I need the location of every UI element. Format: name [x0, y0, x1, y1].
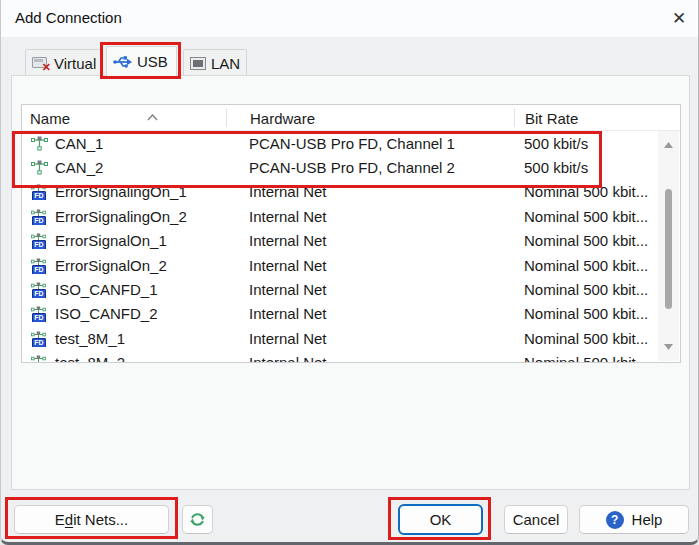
scrollbar[interactable]: [658, 131, 679, 361]
tab-label: USB: [137, 53, 168, 70]
net-row[interactable]: FD ISO_CANFD_2 Internal Net Nominal 500 …: [22, 302, 680, 326]
net-bitrate: Nominal 500 kbit...: [513, 281, 680, 298]
net-hardware: Internal Net: [225, 354, 513, 362]
net-name: ISO_CANFD_2: [55, 305, 158, 322]
fd-badge: FD: [32, 289, 46, 298]
fd-badge: FD: [32, 191, 46, 200]
net-row[interactable]: FD test_8M_2 Internal Net Nominal 500 kb…: [22, 351, 680, 362]
scroll-thumb[interactable]: [665, 189, 672, 309]
can-net-icon: FD: [31, 257, 52, 274]
ok-button[interactable]: OK: [398, 504, 483, 535]
net-bitrate: Nominal 500 kbit...: [513, 305, 680, 322]
list-rows: FD CAN_1 PCAN-USB Pro FD, Channel 1 500 …: [22, 131, 680, 362]
net-name: ErrorSignalOn_1: [55, 232, 167, 249]
net-bitrate: Nominal 500 kbit...: [513, 208, 680, 225]
usb-icon: [113, 54, 132, 69]
close-icon[interactable]: ✕: [665, 5, 693, 31]
net-hardware: Internal Net: [225, 330, 513, 347]
column-header-bitrate[interactable]: Bit Rate: [525, 110, 578, 127]
fd-badge: FD: [32, 240, 46, 249]
net-hardware: PCAN-USB Pro FD, Channel 2: [225, 159, 513, 176]
net-hardware: Internal Net: [225, 281, 513, 298]
edit-nets-button[interactable]: Edit Nets...: [14, 505, 169, 534]
can-net-icon: FD: [31, 281, 52, 298]
tab-virtual[interactable]: ✕ Virtual: [25, 49, 103, 76]
net-bitrate: 500 kbit/s: [513, 159, 680, 176]
net-row[interactable]: FD ErrorSignalOn_2 Internal Net Nominal …: [22, 253, 680, 277]
net-bitrate: Nominal 500 kbit...: [513, 330, 680, 347]
net-name: test_8M_1: [55, 330, 125, 347]
can-net-icon: FD: [31, 232, 52, 249]
lan-icon: [190, 57, 206, 70]
help-icon: ?: [606, 511, 624, 529]
can-net-icon: FD: [31, 354, 52, 362]
refresh-button[interactable]: [182, 505, 213, 534]
net-row[interactable]: FD ErrorSignalingOn_2 Internal Net Nomin…: [22, 204, 680, 228]
sort-ascending-icon: [147, 107, 158, 124]
tab-usb[interactable]: USB: [106, 46, 177, 76]
net-hardware: Internal Net: [225, 208, 513, 225]
tab-label: LAN: [211, 55, 240, 72]
can-net-icon: FD: [31, 208, 52, 225]
list-header: Name Hardware Bit Rate: [22, 105, 680, 131]
net-hardware: Internal Net: [225, 183, 513, 200]
net-bitrate: 500 kbit/s: [513, 135, 680, 152]
net-name: ErrorSignalingOn_2: [55, 208, 187, 225]
tab-lan[interactable]: LAN: [183, 49, 247, 76]
can-net-icon: FD: [31, 135, 52, 152]
net-hardware: Internal Net: [225, 305, 513, 322]
net-row[interactable]: FD ErrorSignalingOn_1 Internal Net Nomin…: [22, 180, 680, 204]
net-name: ErrorSignalOn_2: [55, 257, 167, 274]
add-connection-dialog: Add Connection ✕ ✕ Virtual USB LAN Avail…: [0, 0, 699, 545]
net-bitrate: Nominal 500 kbit...: [513, 232, 680, 249]
can-net-icon: FD: [31, 330, 52, 347]
cancel-button[interactable]: Cancel: [504, 505, 568, 534]
help-button[interactable]: ? Help: [579, 505, 689, 534]
help-label: Help: [632, 511, 663, 528]
net-row[interactable]: FD CAN_2 PCAN-USB Pro FD, Channel 2 500 …: [22, 155, 680, 179]
window-title: Add Connection: [15, 9, 122, 26]
refresh-icon: [188, 510, 207, 529]
net-row[interactable]: FD ISO_CANFD_1 Internal Net Nominal 500 …: [22, 277, 680, 301]
fd-badge: FD: [32, 313, 46, 322]
net-bitrate: Nominal 500 kbit...: [513, 183, 680, 200]
net-row[interactable]: FD test_8M_1 Internal Net Nominal 500 kb…: [22, 326, 680, 350]
virtual-adapter-icon: ✕: [32, 57, 49, 70]
column-header-hardware[interactable]: Hardware: [250, 110, 315, 127]
scroll-up-icon[interactable]: [658, 136, 679, 154]
fd-badge: FD: [32, 265, 46, 274]
scroll-down-icon[interactable]: [658, 338, 679, 356]
net-row[interactable]: FD CAN_1 PCAN-USB Pro FD, Channel 1 500 …: [22, 131, 680, 155]
net-row[interactable]: FD ErrorSignalOn_1 Internal Net Nominal …: [22, 229, 680, 253]
net-bitrate: Nominal 500 kbit...: [513, 257, 680, 274]
net-hardware: Internal Net: [225, 232, 513, 249]
can-net-icon: FD: [31, 183, 52, 200]
net-hardware: PCAN-USB Pro FD, Channel 1: [225, 135, 513, 152]
net-name: ErrorSignalingOn_1: [55, 183, 187, 200]
can-net-icon: FD: [31, 305, 52, 322]
net-name: CAN_1: [55, 135, 103, 152]
net-name: test_8M_2: [55, 354, 125, 362]
fd-badge: FD: [32, 338, 46, 347]
net-hardware: Internal Net: [225, 257, 513, 274]
net-name: ISO_CANFD_1: [55, 281, 158, 298]
net-name: CAN_2: [55, 159, 103, 176]
fd-badge: FD: [32, 216, 46, 225]
can-net-icon: FD: [31, 159, 52, 176]
tab-label: Virtual: [54, 55, 96, 72]
net-bitrate: Nominal 500 kbit...: [513, 354, 680, 362]
column-header-name[interactable]: Name: [30, 110, 70, 127]
nets-list: Name Hardware Bit Rate: [21, 104, 681, 363]
